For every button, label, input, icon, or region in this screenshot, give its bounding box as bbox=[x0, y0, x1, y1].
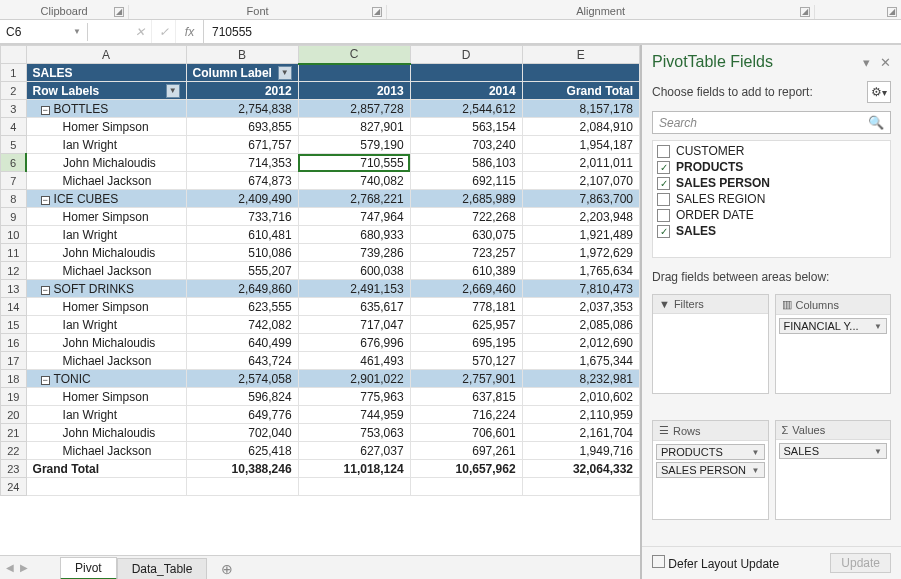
values-icon: Σ bbox=[782, 424, 789, 436]
sales-person-row[interactable]: John Michaloudis bbox=[26, 334, 186, 352]
field-products[interactable]: ✓PRODUCTS bbox=[653, 159, 890, 175]
sales-person-row[interactable]: John Michaloudis bbox=[26, 154, 186, 172]
collapse-icon[interactable]: − bbox=[41, 196, 50, 205]
field-sales-region[interactable]: SALES REGION bbox=[653, 191, 890, 207]
sales-person-row[interactable]: Homer Simpson bbox=[26, 118, 186, 136]
col-header-B[interactable]: B bbox=[186, 46, 298, 64]
rows-area[interactable]: ☰Rows PRODUCTS▼SALES PERSON▼ bbox=[652, 420, 769, 520]
pivot-fields-pane: PivotTable Fields ▾ ✕ Choose fields to a… bbox=[641, 45, 901, 579]
sales-person-row[interactable]: Ian Wright bbox=[26, 406, 186, 424]
area-pill[interactable]: FINANCIAL Y...▼ bbox=[779, 318, 888, 334]
group-dialog-launcher[interactable]: ◢ bbox=[887, 7, 897, 17]
search-icon: 🔍 bbox=[868, 115, 884, 130]
columns-area[interactable]: ▥Columns FINANCIAL Y...▼ bbox=[775, 294, 892, 394]
checkbox-icon[interactable] bbox=[657, 209, 670, 222]
area-pill[interactable]: SALES PERSON▼ bbox=[656, 462, 765, 478]
area-pill[interactable]: SALES▼ bbox=[779, 443, 888, 459]
gear-icon[interactable]: ⚙▾ bbox=[867, 81, 891, 103]
checkbox-icon[interactable]: ✓ bbox=[657, 225, 670, 238]
collapse-icon[interactable]: − bbox=[41, 376, 50, 385]
tab-nav-next[interactable]: ▶ bbox=[20, 562, 28, 573]
chevron-down-icon[interactable]: ▼ bbox=[752, 466, 760, 475]
category-row[interactable]: −BOTTLES bbox=[26, 100, 186, 118]
col-header-C[interactable]: C bbox=[298, 46, 410, 64]
col-header-E[interactable]: E bbox=[522, 46, 639, 64]
checkbox-icon[interactable] bbox=[657, 145, 670, 158]
formula-bar[interactable]: 710555 bbox=[204, 23, 901, 41]
sales-person-row[interactable]: Michael Jackson bbox=[26, 262, 186, 280]
sales-person-row[interactable]: John Michaloudis bbox=[26, 244, 186, 262]
chevron-down-icon[interactable]: ▼ bbox=[278, 66, 292, 80]
filters-area[interactable]: ▼Filters bbox=[652, 294, 769, 394]
values-area[interactable]: ΣValues SALES▼ bbox=[775, 420, 892, 520]
tab-nav-prev[interactable]: ◀ bbox=[6, 562, 14, 573]
checkbox-icon[interactable] bbox=[657, 193, 670, 206]
row-labels-dropdown[interactable]: Row Labels▼ bbox=[26, 82, 186, 100]
col-header-A[interactable]: A bbox=[26, 46, 186, 64]
sheet-tab-data-table[interactable]: Data_Table bbox=[117, 558, 208, 579]
field-customer[interactable]: CUSTOMER bbox=[653, 143, 890, 159]
chevron-down-icon[interactable]: ▼ bbox=[166, 84, 180, 98]
field-search-input[interactable]: Search 🔍 bbox=[652, 111, 891, 134]
sheet-tab-pivot[interactable]: Pivot bbox=[60, 557, 117, 579]
update-button[interactable]: Update bbox=[830, 553, 891, 573]
columns-icon: ▥ bbox=[782, 298, 792, 311]
sales-person-row[interactable]: Michael Jackson bbox=[26, 172, 186, 190]
sales-person-row[interactable]: Ian Wright bbox=[26, 316, 186, 334]
chevron-down-icon[interactable]: ▼ bbox=[752, 448, 760, 457]
new-sheet-button[interactable]: ⊕ bbox=[207, 558, 247, 580]
sales-person-row[interactable]: Ian Wright bbox=[26, 136, 186, 154]
sales-person-row[interactable]: Homer Simpson bbox=[26, 298, 186, 316]
cancel-formula-button[interactable]: ✕ bbox=[128, 20, 152, 43]
collapse-icon[interactable]: − bbox=[41, 106, 50, 115]
sales-person-row[interactable]: Ian Wright bbox=[26, 226, 186, 244]
sales-person-row[interactable]: Homer Simpson bbox=[26, 388, 186, 406]
category-row[interactable]: −ICE CUBES bbox=[26, 190, 186, 208]
category-row[interactable]: −SOFT DRINKS bbox=[26, 280, 186, 298]
rows-icon: ☰ bbox=[659, 424, 669, 437]
chevron-down-icon[interactable]: ▼ bbox=[874, 447, 882, 456]
collapse-icon[interactable]: − bbox=[41, 286, 50, 295]
pane-dropdown-icon[interactable]: ▾ bbox=[863, 55, 870, 70]
name-box[interactable]: C6▼ bbox=[0, 23, 88, 41]
select-all-corner[interactable] bbox=[1, 46, 27, 64]
checkbox-icon[interactable]: ✓ bbox=[657, 177, 670, 190]
pane-subtitle: Choose fields to add to report: bbox=[652, 85, 813, 99]
clipboard-dialog-launcher[interactable]: ◢ bbox=[114, 7, 124, 17]
chevron-down-icon[interactable]: ▼ bbox=[874, 322, 882, 331]
field-order-date[interactable]: ORDER DATE bbox=[653, 207, 890, 223]
pivot-title[interactable]: SALES bbox=[26, 64, 186, 82]
close-pane-button[interactable]: ✕ bbox=[880, 55, 891, 70]
field-sales[interactable]: ✓SALES bbox=[653, 223, 890, 239]
col-header-D[interactable]: D bbox=[410, 46, 522, 64]
filter-icon: ▼ bbox=[659, 298, 670, 310]
sales-person-row[interactable]: Michael Jackson bbox=[26, 352, 186, 370]
column-labels-dropdown[interactable]: Column Label▼ bbox=[186, 64, 298, 82]
insert-function-button[interactable]: fx bbox=[176, 20, 204, 43]
category-row[interactable]: −TONIC bbox=[26, 370, 186, 388]
sales-person-row[interactable]: Homer Simpson bbox=[26, 208, 186, 226]
spreadsheet-grid: A B C D E 1 SALES Column Label▼ bbox=[0, 45, 640, 496]
checkbox-icon[interactable]: ✓ bbox=[657, 161, 670, 174]
defer-update-checkbox[interactable]: Defer Layout Update bbox=[652, 555, 779, 571]
enter-formula-button[interactable]: ✓ bbox=[152, 20, 176, 43]
pane-title: PivotTable Fields bbox=[652, 53, 773, 71]
ribbon-groups: Clipboard◢ Font◢ Alignment◢ ◢ bbox=[0, 0, 901, 20]
drag-note: Drag fields between areas below: bbox=[642, 264, 901, 290]
font-dialog-launcher[interactable]: ◢ bbox=[372, 7, 382, 17]
area-pill[interactable]: PRODUCTS▼ bbox=[656, 444, 765, 460]
field-list[interactable]: CUSTOMER✓PRODUCTS✓SALES PERSONSALES REGI… bbox=[652, 140, 891, 258]
alignment-dialog-launcher[interactable]: ◢ bbox=[800, 7, 810, 17]
grand-total-label[interactable]: Grand Total bbox=[26, 460, 186, 478]
sales-person-row[interactable]: John Michaloudis bbox=[26, 424, 186, 442]
field-sales-person[interactable]: ✓SALES PERSON bbox=[653, 175, 890, 191]
sales-person-row[interactable]: Michael Jackson bbox=[26, 442, 186, 460]
